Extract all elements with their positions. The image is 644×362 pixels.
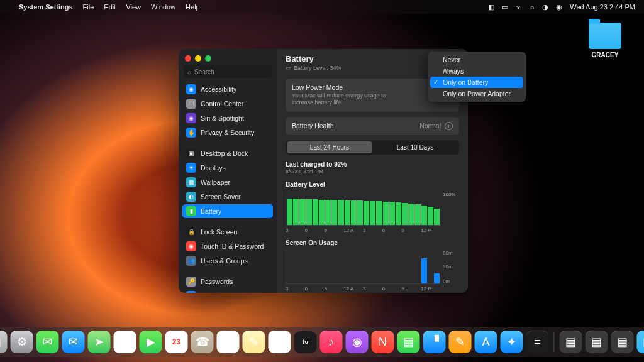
dock-numbers[interactable]: ▤ <box>397 331 420 353</box>
battery-level-text: Battery Level: 34% <box>294 65 341 71</box>
sidebar-icon: @ <box>186 291 196 293</box>
sidebar-icon: ▦ <box>186 177 196 187</box>
dropdown-option[interactable]: Only on Power Adapter <box>430 88 523 99</box>
dock-download3[interactable]: ▤ <box>611 331 634 353</box>
menu-window[interactable]: Window <box>151 3 175 11</box>
dock-settings[interactable]: ⚙ <box>11 331 33 353</box>
dock-pages[interactable]: ✎ <box>449 331 472 353</box>
dock-maps[interactable]: ➤ <box>88 331 111 353</box>
sidebar-item-accessibility[interactable]: ◉Accessibility <box>182 82 273 96</box>
sidebar-item-internet-accounts[interactable]: @Internet Accounts <box>182 289 273 293</box>
battery-level-chart: Battery Level 100% 36912 A36912 P <box>286 181 459 233</box>
sidebar-item-wallpaper[interactable]: ▦Wallpaper <box>182 175 273 189</box>
sidebar-item-displays[interactable]: ☀Displays <box>182 161 273 175</box>
dock-keynote[interactable]: ▝ <box>423 331 446 353</box>
sidebar-item-siri-spotlight[interactable]: ◉Siri & Spotlight <box>182 111 273 125</box>
minimize-button[interactable] <box>195 55 201 62</box>
menu-help[interactable]: Help <box>186 3 200 11</box>
menu-edit[interactable]: Edit <box>104 3 116 11</box>
zoom-button[interactable] <box>205 55 211 62</box>
search-icon: ⌕ <box>187 69 191 75</box>
dock-freeform[interactable]: ✎ <box>269 331 291 353</box>
app-menu[interactable]: System Settings <box>19 3 73 11</box>
folder-icon <box>589 23 621 49</box>
dropdown-option[interactable]: ✓Only on Battery <box>430 77 523 88</box>
low-power-dropdown: NeverAlways✓Only on BatteryOnly on Power… <box>428 52 526 102</box>
timeframe-segment: Last 24 Hours Last 10 Days <box>286 140 459 155</box>
dock-download2[interactable]: ▤ <box>586 331 608 353</box>
desktop-folder[interactable]: GRACEY <box>585 23 625 58</box>
user-icon[interactable]: ◑ <box>542 3 548 11</box>
sidebar-label: Siri & Spotlight <box>201 114 244 122</box>
info-icon[interactable]: i <box>445 122 453 130</box>
dock-tv[interactable]: tv <box>294 331 317 353</box>
sidebar-item-passwords[interactable]: 🔑Passwords <box>182 275 273 288</box>
dock-folder[interactable]: ▣ <box>637 331 645 353</box>
dock-podcasts[interactable]: ◉ <box>346 331 369 353</box>
dock-download1[interactable]: ▤ <box>560 331 582 353</box>
dock-mail[interactable]: ✉ <box>62 331 85 353</box>
sidebar-icon: 🔑 <box>186 277 196 287</box>
wifi-icon[interactable]: ᯤ <box>516 3 523 11</box>
sidebar-icon: ✋ <box>186 128 196 138</box>
close-button[interactable] <box>185 55 191 62</box>
sidebar-icon: ◉ <box>186 113 196 123</box>
dock-contacts[interactable]: ☎ <box>191 331 214 353</box>
dock-news[interactable]: N <box>372 331 394 353</box>
window-controls <box>179 49 277 65</box>
sidebar-item-control-center[interactable]: ⬚Control Center <box>182 97 273 111</box>
dock-messages[interactable]: ✉ <box>36 331 59 353</box>
dropdown-option[interactable]: Always <box>430 65 523 77</box>
search-input[interactable]: ⌕ Search <box>184 65 272 78</box>
sidebar-label: Accessibility <box>201 85 236 93</box>
charge-info: Last charged to 92% 8/9/23, 3:21 PM <box>286 161 459 175</box>
battery-health-row[interactable]: Battery Health Normal i <box>286 117 459 135</box>
sidebar-icon: ▣ <box>186 148 196 158</box>
sidebar-item-lock-screen[interactable]: 🔒Lock Screen <box>182 225 273 239</box>
sidebar-item-battery[interactable]: ▮Battery <box>182 204 273 218</box>
battery-icon[interactable]: ▭ <box>502 3 508 11</box>
control-center-icon[interactable]: ◧ <box>488 3 494 11</box>
dock-facetime[interactable]: ▶ <box>140 331 162 353</box>
menubar: System Settings FileEditViewWindowHelp ◧… <box>0 0 644 14</box>
sidebar-icon: ⬚ <box>186 99 196 109</box>
check-icon: ✓ <box>433 79 438 85</box>
sidebar-item-desktop-dock[interactable]: ▣Desktop & Dock <box>182 146 273 160</box>
dock-music[interactable]: ♪ <box>320 331 343 353</box>
sidebar-label: Lock Screen <box>201 228 237 236</box>
siri-icon[interactable]: ◉ <box>556 3 562 11</box>
dock-appstore[interactable]: A <box>475 331 497 353</box>
menu-file[interactable]: File <box>83 3 94 11</box>
sidebar-label: Touch ID & Password <box>201 243 264 250</box>
dock-notes[interactable]: ✎ <box>243 331 265 353</box>
dock: ☺▦⚙✉✉➤✿▶23☎☰✎✎tv♪◉N▤▝✎A✦=▤▤▤▣🗑 <box>0 327 644 357</box>
sidebar-label: Internet Accounts <box>201 292 252 293</box>
screen-on-chart: Screen On Usage 60m 30m 0m 36912 A36912 … <box>286 239 459 293</box>
sidebar-label: Wallpaper <box>201 178 230 186</box>
dock-calendar[interactable]: 23 <box>165 331 188 353</box>
battery-small-icon: ▭ <box>286 65 291 71</box>
sidebar-icon: 🔒 <box>186 227 196 237</box>
dropdown-option[interactable]: Never <box>430 54 523 65</box>
dock-calculator[interactable]: = <box>526 331 549 353</box>
seg-24h[interactable]: Last 24 Hours <box>287 141 372 153</box>
sidebar-item-screen-saver[interactable]: ◐Screen Saver <box>182 190 273 204</box>
dock-photos[interactable]: ✿ <box>114 331 136 353</box>
sidebar-label: Screen Saver <box>201 193 241 200</box>
dock-safari[interactable]: ✦ <box>501 331 523 353</box>
sidebar-icon: ◉ <box>186 241 196 251</box>
sidebar-item-privacy-security[interactable]: ✋Privacy & Security <box>182 126 273 140</box>
seg-10d[interactable]: Last 10 Days <box>372 141 458 153</box>
sidebar-item-users-groups[interactable]: 👥Users & Groups <box>182 254 273 268</box>
menu-view[interactable]: View <box>126 3 141 11</box>
sidebar-icon: 👥 <box>186 256 196 266</box>
sidebar-label: Battery <box>201 207 221 215</box>
dock-launchpad[interactable]: ▦ <box>0 331 8 353</box>
sidebar-label: Control Center <box>201 100 243 107</box>
sidebar-label: Passwords <box>201 278 233 285</box>
menubar-clock[interactable]: Wed Aug 23 2:44 PM <box>570 3 635 11</box>
sidebar-item-touch-id-password[interactable]: ◉Touch ID & Password <box>182 239 273 253</box>
spotlight-icon[interactable]: ⌕ <box>530 3 535 11</box>
dock-reminders[interactable]: ☰ <box>217 331 240 353</box>
sidebar-icon: ▮ <box>186 206 196 216</box>
